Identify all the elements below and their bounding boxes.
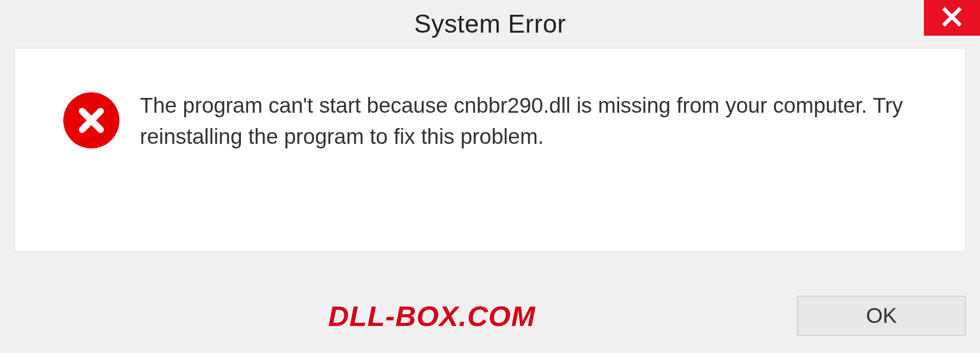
watermark-text: DLL-BOX.COM: [328, 299, 535, 333]
content-panel: The program can't start because cnbbr290…: [14, 48, 966, 252]
close-icon: [941, 6, 963, 30]
titlebar: System Error: [0, 0, 980, 48]
ok-button-label: OK: [866, 304, 897, 328]
dialog-title: System Error: [414, 9, 566, 39]
error-icon: [63, 92, 119, 148]
error-message: The program can't start because cnbbr290…: [140, 89, 935, 153]
close-button[interactable]: [924, 0, 980, 36]
footer: DLL-BOX.COM OK: [14, 293, 966, 339]
ok-button[interactable]: OK: [797, 296, 966, 336]
message-row: The program can't start because cnbbr290…: [15, 48, 965, 153]
